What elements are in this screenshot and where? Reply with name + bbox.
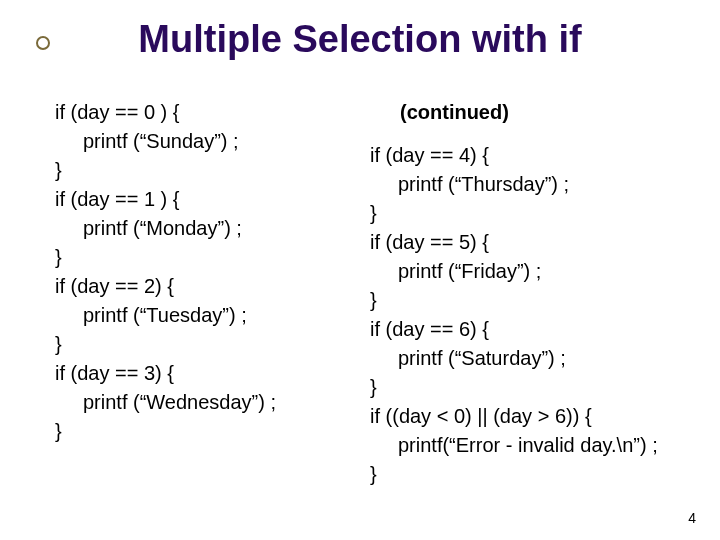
code-column-left: if (day == 0 ) { printf (“Sunday”) ; } i… — [55, 98, 355, 446]
code-line: printf(“Error - invalid day.\n”) ; — [370, 431, 700, 460]
code-line: printf (“Saturday”) ; — [370, 344, 700, 373]
continued-label: (continued) — [400, 98, 700, 127]
code-line: if (day == 2) { — [55, 272, 355, 301]
code-line: } — [55, 156, 355, 185]
code-line: printf (“Wednesday”) ; — [55, 388, 355, 417]
code-column-right: (continued) if (day == 4) { printf (“Thu… — [370, 98, 700, 489]
slide: Multiple Selection with if if (day == 0 … — [0, 0, 720, 540]
code-line: printf (“Sunday”) ; — [55, 127, 355, 156]
code-line: } — [370, 373, 700, 402]
code-line: printf (“Tuesday”) ; — [55, 301, 355, 330]
code-line: if (day == 4) { — [370, 141, 700, 170]
code-line: printf (“Thursday”) ; — [370, 170, 700, 199]
code-line: printf (“Friday”) ; — [370, 257, 700, 286]
code-line: if (day == 6) { — [370, 315, 700, 344]
code-line: } — [370, 460, 700, 489]
code-line: if (day == 1 ) { — [55, 185, 355, 214]
code-line: if ((day < 0) || (day > 6)) { — [370, 402, 700, 431]
code-line: } — [55, 330, 355, 359]
slide-title: Multiple Selection with if — [0, 18, 720, 61]
code-line: if (day == 3) { — [55, 359, 355, 388]
code-line: if (day == 0 ) { — [55, 98, 355, 127]
code-line: } — [370, 199, 700, 228]
code-line: if (day == 5) { — [370, 228, 700, 257]
code-line: } — [370, 286, 700, 315]
code-line: } — [55, 243, 355, 272]
code-line: printf (“Monday”) ; — [55, 214, 355, 243]
code-line: } — [55, 417, 355, 446]
page-number: 4 — [688, 510, 696, 526]
